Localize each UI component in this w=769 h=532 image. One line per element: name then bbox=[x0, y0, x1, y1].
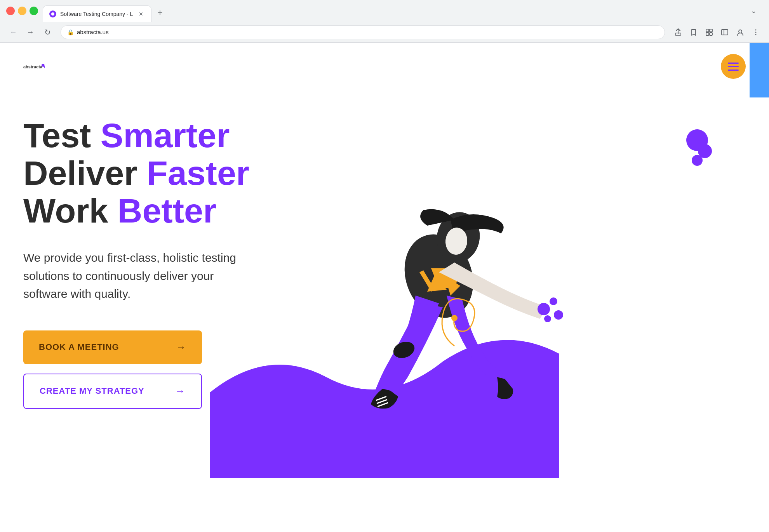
browser-toolbar: ← → ↻ 🔒 abstracta.us bbox=[0, 22, 769, 43]
hero-section: Test Smarter Deliver Faster Work Better … bbox=[0, 82, 769, 532]
svg-rect-3 bbox=[706, 33, 709, 35]
share-button[interactable] bbox=[671, 25, 685, 39]
hero-description: We provide you first-class, holistic tes… bbox=[23, 249, 249, 303]
tab-title: Software Testing Company - L bbox=[60, 11, 133, 17]
more-options-button[interactable] bbox=[749, 25, 763, 39]
security-lock-icon: 🔒 bbox=[67, 29, 74, 35]
traffic-lights bbox=[6, 7, 38, 15]
svg-rect-2 bbox=[710, 29, 712, 32]
svg-point-22 bbox=[538, 303, 550, 315]
svg-point-24 bbox=[554, 310, 563, 320]
svg-rect-5 bbox=[722, 30, 728, 35]
browser-titlebar: Software Testing Company - L ✕ + ⌄ bbox=[0, 0, 769, 22]
browser-tabs: Software Testing Company - L ✕ + bbox=[43, 0, 743, 22]
address-bar[interactable]: 🔒 abstracta.us bbox=[61, 25, 665, 39]
hamburger-line-2 bbox=[728, 66, 739, 67]
svg-rect-1 bbox=[706, 29, 709, 32]
hamburger-menu-button[interactable] bbox=[721, 54, 746, 79]
headline-line3-normal: Work bbox=[23, 191, 118, 230]
tabs-right-controls: ⌄ bbox=[747, 5, 763, 17]
book-meeting-arrow: → bbox=[176, 341, 186, 353]
headline-line-3: Work Better bbox=[23, 192, 287, 230]
maximize-traffic-light[interactable] bbox=[30, 7, 38, 15]
back-button[interactable]: ← bbox=[6, 25, 20, 39]
hero-headline: Test Smarter Deliver Faster Work Better bbox=[23, 117, 287, 229]
abstracta-logo[interactable]: abstracta bbox=[23, 56, 45, 77]
headline-line-1: Test Smarter bbox=[23, 117, 287, 155]
svg-point-23 bbox=[550, 297, 557, 305]
website-content: abstracta Test Smarter bbox=[0, 43, 769, 532]
url-text: abstracta.us bbox=[77, 29, 658, 35]
svg-point-9 bbox=[755, 31, 757, 33]
create-strategy-arrow: → bbox=[175, 385, 186, 397]
svg-rect-4 bbox=[710, 33, 712, 35]
hamburger-line-3 bbox=[728, 70, 739, 71]
minimize-traffic-light[interactable] bbox=[18, 7, 26, 15]
logo-mark-illustration bbox=[680, 129, 715, 167]
site-header: abstracta bbox=[0, 43, 769, 90]
svg-point-7 bbox=[739, 30, 742, 33]
profile-button[interactable] bbox=[733, 25, 747, 39]
logo-container: abstracta bbox=[23, 56, 45, 77]
tab-strip-chevron[interactable]: ⌄ bbox=[747, 5, 760, 17]
headline-line-2: Deliver Faster bbox=[23, 155, 287, 192]
headline-line1-normal: Test bbox=[23, 116, 101, 155]
headline-line2-purple: Faster bbox=[147, 154, 249, 192]
browser-chrome: Software Testing Company - L ✕ + ⌄ ← → ↻… bbox=[0, 0, 769, 43]
book-meeting-button[interactable]: BOOK A MEETING → bbox=[23, 330, 202, 364]
close-traffic-light[interactable] bbox=[6, 7, 15, 15]
svg-point-25 bbox=[544, 315, 551, 322]
new-tab-button[interactable]: + bbox=[153, 6, 167, 20]
tab-close-button[interactable]: ✕ bbox=[137, 10, 145, 18]
toolbar-actions bbox=[671, 25, 763, 39]
bookmark-button[interactable] bbox=[687, 25, 701, 39]
extensions-button[interactable] bbox=[702, 25, 716, 39]
hero-illustration bbox=[287, 105, 746, 455]
cta-buttons: BOOK A MEETING → CREATE MY STRATEGY → bbox=[23, 330, 202, 409]
create-strategy-label: CREATE MY STRATEGY bbox=[40, 386, 144, 396]
svg-point-14 bbox=[44, 67, 45, 68]
svg-point-26 bbox=[451, 315, 458, 321]
forward-button[interactable]: → bbox=[23, 25, 37, 39]
headline-line2-normal: Deliver bbox=[23, 154, 147, 192]
sidebar-button[interactable] bbox=[718, 25, 732, 39]
reload-button[interactable]: ↻ bbox=[40, 25, 54, 39]
active-tab[interactable]: Software Testing Company - L ✕ bbox=[43, 5, 151, 22]
headline-line3-purple: Better bbox=[118, 191, 216, 230]
svg-point-31 bbox=[692, 155, 703, 166]
svg-text:abstracta: abstracta bbox=[23, 64, 43, 69]
headline-line1-purple: Smarter bbox=[101, 116, 230, 155]
book-meeting-label: BOOK A MEETING bbox=[39, 342, 119, 352]
hamburger-line-1 bbox=[728, 63, 739, 64]
tab-favicon bbox=[49, 10, 56, 17]
create-strategy-button[interactable]: CREATE MY STRATEGY → bbox=[23, 374, 202, 409]
runner-illustration bbox=[307, 198, 571, 424]
svg-point-8 bbox=[755, 29, 757, 30]
svg-point-10 bbox=[755, 34, 757, 35]
